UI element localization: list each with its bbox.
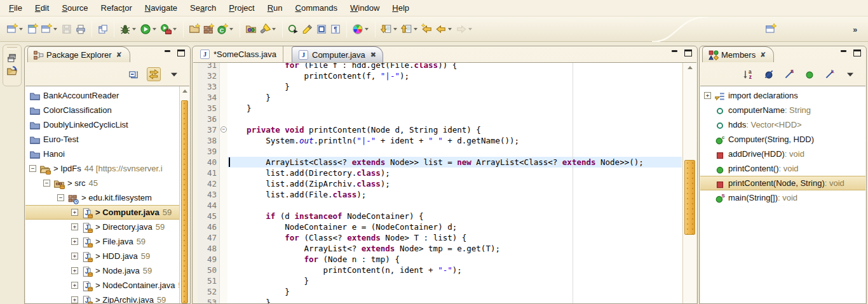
collapse-icon[interactable]: −	[43, 180, 50, 187]
tree-item[interactable]: ColorClassification	[25, 103, 189, 117]
close-icon[interactable]: ✘	[115, 51, 122, 59]
tree-item[interactable]: DoublyLinkedCyclicList	[25, 117, 189, 132]
tree-item[interactable]: −> IpdFs44 [https://svnserver.i	[25, 161, 189, 176]
link-with-editor-button[interactable]	[147, 67, 161, 81]
member-item[interactable]: Smain(String[]) : void	[700, 190, 865, 205]
tree-item[interactable]: +J> Node.java59	[25, 263, 189, 278]
editor-scrollbar[interactable]	[682, 63, 696, 303]
view-menu-button[interactable]	[843, 67, 857, 81]
scroll-up-arrow[interactable]	[683, 63, 696, 72]
maximize-button[interactable]	[853, 50, 861, 56]
minimize-button[interactable]	[841, 50, 848, 56]
expand-icon[interactable]: +	[71, 209, 78, 216]
member-item[interactable]: addDrive(HDD) : void	[700, 147, 865, 161]
print-button[interactable]	[74, 20, 88, 39]
menu-commands[interactable]: Commands	[289, 1, 344, 15]
external-tools-button[interactable]	[159, 20, 179, 39]
maximize-button[interactable]	[177, 50, 185, 56]
color-wheel-dropdown[interactable]	[363, 23, 370, 35]
scroll-up-arrow[interactable]	[180, 86, 189, 96]
close-icon[interactable]: ✘	[759, 51, 766, 59]
editor-tab-someclassjava[interactable]: J*SomeClass.java	[194, 46, 283, 62]
tree-item[interactable]: +J> File.java59	[25, 234, 189, 249]
tree-item[interactable]: +J> Directory.java59	[25, 220, 189, 234]
copy-view-button[interactable]	[96, 20, 110, 39]
tree-item[interactable]: −> src45	[25, 176, 189, 190]
member-item[interactable]: +import declarations	[700, 88, 865, 103]
minimize-button[interactable]	[165, 50, 172, 56]
expand-icon[interactable]: +	[71, 223, 78, 230]
scrollbar-thumb[interactable]	[181, 100, 188, 303]
debug-button[interactable]	[118, 20, 139, 39]
new-java-package-button[interactable]	[201, 20, 215, 39]
expand-icon[interactable]: +	[71, 238, 78, 245]
expand-icon[interactable]: +	[71, 253, 78, 260]
menu-project[interactable]: Project	[222, 1, 261, 15]
new-view-dropdown[interactable]	[52, 23, 58, 35]
expand-icon[interactable]: +	[71, 267, 78, 274]
new-wizard-dropdown[interactable]	[18, 23, 24, 35]
open-task-button[interactable]	[244, 20, 258, 39]
open-perspective-button[interactable]	[764, 20, 778, 39]
menu-source[interactable]: Source	[55, 1, 94, 15]
expand-icon[interactable]: +	[704, 92, 711, 99]
show-whitespace-button[interactable]: ¶	[329, 20, 342, 39]
previous-annotation-button[interactable]	[400, 20, 420, 39]
save-button[interactable]	[60, 20, 74, 39]
show-selected-element-button[interactable]	[315, 20, 329, 39]
close-icon[interactable]: ✖	[369, 51, 376, 59]
menu-window[interactable]: Window	[344, 1, 386, 15]
forward-dropdown[interactable]	[467, 23, 473, 35]
search-dropdown[interactable]	[271, 23, 277, 35]
tree-item[interactable]: Hanoi	[25, 147, 189, 161]
editor-gutter[interactable]: 3132333435363738394041424344454647484950…	[193, 63, 227, 303]
perspective-overflow-button[interactable]: »	[845, 20, 864, 39]
external-tools-dropdown[interactable]	[172, 23, 178, 35]
menu-run[interactable]: Run	[261, 1, 289, 15]
member-item[interactable]: printContent() : void	[700, 161, 865, 176]
hide-static-button[interactable]: S	[782, 67, 796, 81]
member-item[interactable]: cComputer(String, HDD)	[700, 132, 865, 147]
color-wheel-button[interactable]	[351, 20, 371, 39]
tree-item[interactable]: Euro-Test	[25, 132, 189, 147]
member-item[interactable]: hdds : Vector<HDD>	[700, 117, 865, 132]
tree-item[interactable]: −> edu.kit.filesystem	[25, 190, 189, 205]
scrollbar-thumb[interactable]	[684, 160, 695, 235]
view-menu-button[interactable]	[167, 67, 181, 81]
highlighter-button[interactable]	[301, 20, 315, 39]
menu-navigate[interactable]: Navigate	[139, 1, 184, 15]
next-annotation-dropdown[interactable]	[392, 23, 398, 35]
collapse-icon[interactable]: −	[57, 194, 64, 201]
next-annotation-button[interactable]	[379, 20, 400, 39]
new-class-dropdown[interactable]	[228, 23, 234, 35]
sort-button[interactable]: az	[742, 67, 756, 81]
menu-help[interactable]: Help	[386, 1, 416, 15]
editor-tab-computerjava[interactable]: JComputer.java✖	[292, 46, 383, 62]
collapse-all-button[interactable]	[126, 67, 140, 81]
member-item[interactable]: printContent(Node, String) : void	[700, 176, 865, 190]
fast-view-drag-handle[interactable]	[7, 47, 17, 50]
tree-item[interactable]: +J> NodeContainer.java59	[25, 278, 189, 293]
new-editor-button[interactable]	[25, 20, 39, 39]
forward-button[interactable]	[454, 20, 475, 39]
menu-refactor[interactable]: Refactor	[95, 1, 139, 15]
package-explorer-scrollbar[interactable]	[179, 86, 189, 303]
menu-edit[interactable]: Edit	[29, 1, 55, 15]
back-dropdown[interactable]	[447, 23, 453, 35]
run-dropdown[interactable]	[151, 23, 158, 35]
previous-annotation-dropdown[interactable]	[412, 23, 419, 35]
search-button[interactable]	[258, 20, 278, 39]
menu-file[interactable]: File	[3, 1, 29, 15]
new-java-project-button[interactable]	[187, 20, 201, 39]
last-edit-location-button[interactable]	[420, 20, 434, 39]
back-button[interactable]	[434, 20, 454, 39]
debug-dropdown[interactable]	[131, 23, 137, 35]
tree-item[interactable]: +J> ZipArchiv.java59	[25, 293, 189, 303]
run-button[interactable]	[139, 20, 159, 39]
restore-views-icon[interactable]	[6, 52, 18, 63]
tree-item[interactable]: +J> HDD.java59	[25, 249, 189, 263]
collapse-icon[interactable]: −	[29, 165, 36, 172]
new-view-button[interactable]	[39, 20, 60, 39]
package-explorer-tab[interactable]: Package Explorer ✘	[27, 46, 130, 62]
tree-item[interactable]: +J> Computer.java59	[25, 205, 189, 220]
